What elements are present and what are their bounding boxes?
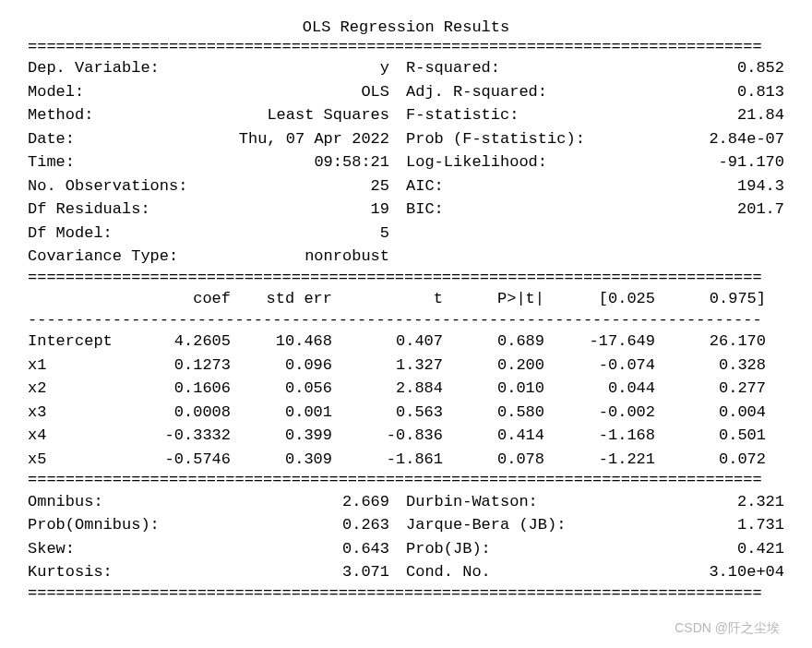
coef-cell-lo: -1.221 bbox=[544, 448, 655, 472]
coef-cell-name: x1 bbox=[28, 354, 129, 378]
summary-label: Df Model: bbox=[28, 222, 113, 246]
summary-top-section: Dep. Variable:yR-squared:0.852Model:OLSA… bbox=[28, 56, 784, 269]
coef-body: Intercept4.260510.4680.4070.689-17.64926… bbox=[28, 330, 784, 471]
summary-label: Kurtosis: bbox=[28, 560, 113, 584]
coef-cell-p: 0.200 bbox=[443, 354, 544, 378]
coef-cell-hi: 26.170 bbox=[655, 330, 766, 354]
coef-cell-p: 0.078 bbox=[443, 448, 544, 472]
summary-row: Df Model:5 bbox=[28, 222, 784, 246]
summary-value: Thu, 07 Apr 2022 bbox=[75, 127, 406, 151]
summary-value: y bbox=[160, 56, 406, 80]
summary-label: Prob (F-statistic): bbox=[406, 127, 585, 151]
report-title: OLS Regression Results bbox=[28, 18, 784, 36]
summary-value: 0.643 bbox=[75, 537, 406, 561]
coef-header-p: P>|t| bbox=[443, 287, 544, 311]
watermark: CSDN @阡之尘埃 bbox=[675, 620, 780, 621]
coef-header-row: coef std err t P>|t| [0.025 0.975] bbox=[28, 287, 784, 311]
summary-label: R-squared: bbox=[406, 56, 500, 80]
coef-cell-coef: 0.0008 bbox=[129, 401, 231, 425]
summary-row: Kurtosis:3.071Cond. No.3.10e+04 bbox=[28, 560, 784, 584]
summary-row: Date:Thu, 07 Apr 2022Prob (F-statistic):… bbox=[28, 127, 784, 151]
summary-value: 19 bbox=[150, 198, 406, 222]
coef-cell-coef: -0.5746 bbox=[129, 448, 231, 472]
summary-value: nonrobust bbox=[178, 245, 406, 269]
coef-cell-hi: 0.277 bbox=[655, 377, 766, 401]
summary-label: No. Observations: bbox=[28, 174, 187, 198]
coef-cell-hi: 0.501 bbox=[655, 424, 766, 448]
summary-value: 25 bbox=[187, 174, 406, 198]
coef-header-stderr: std err bbox=[231, 287, 332, 311]
coef-cell-t: 2.884 bbox=[332, 377, 443, 401]
summary-label: Time: bbox=[28, 150, 75, 174]
coef-cell-t: 0.407 bbox=[332, 330, 443, 354]
coef-header-name bbox=[28, 287, 129, 311]
coef-cell-lo: -0.002 bbox=[544, 401, 655, 425]
coef-cell-t: 0.563 bbox=[332, 401, 443, 425]
summary-bottom-section: Omnibus:2.669Durbin-Watson:2.321Prob(Omn… bbox=[28, 490, 784, 584]
coef-cell-t: 1.327 bbox=[332, 354, 443, 378]
coef-cell-name: x2 bbox=[28, 377, 129, 401]
coef-row: x4-0.33320.399-0.8360.414-1.1680.501 bbox=[28, 424, 784, 448]
summary-label: Dep. Variable: bbox=[28, 56, 160, 80]
coef-row: x10.12730.0961.3270.200-0.0740.328 bbox=[28, 354, 784, 378]
coef-cell-coef: -0.3332 bbox=[129, 424, 231, 448]
summary-value: 09:58:21 bbox=[75, 150, 406, 174]
summary-value: 3.071 bbox=[113, 560, 406, 584]
coef-cell-hi: 0.072 bbox=[655, 448, 766, 472]
summary-label: Omnibus: bbox=[28, 490, 103, 514]
summary-value: 2.669 bbox=[103, 490, 406, 514]
summary-label: Jarque-Bera (JB): bbox=[406, 513, 566, 537]
coef-header-lo: [0.025 bbox=[544, 287, 655, 311]
divider-coef-bottom: ========================================… bbox=[28, 471, 784, 489]
summary-label: Durbin-Watson: bbox=[406, 490, 538, 514]
summary-value: 0.813 bbox=[547, 80, 784, 104]
summary-label: Df Residuals: bbox=[28, 198, 150, 222]
summary-row: Model:OLSAdj. R-squared:0.813 bbox=[28, 80, 784, 104]
summary-label: Cond. No. bbox=[406, 560, 491, 584]
summary-row: Df Residuals:19BIC:201.7 bbox=[28, 198, 784, 222]
summary-row: Time:09:58:21Log-Likelihood:-91.170 bbox=[28, 150, 784, 174]
summary-label: Date: bbox=[28, 127, 75, 151]
coef-cell-lo: -1.168 bbox=[544, 424, 655, 448]
coef-cell-lo: 0.044 bbox=[544, 377, 655, 401]
summary-value: 5 bbox=[113, 222, 406, 246]
coef-cell-lo: -0.074 bbox=[544, 354, 655, 378]
coef-header-t: t bbox=[332, 287, 443, 311]
divider-coef-top: ========================================… bbox=[28, 269, 784, 287]
summary-value: 2.84e-07 bbox=[585, 127, 784, 151]
summary-row: Prob(Omnibus):0.263Jarque-Bera (JB):1.73… bbox=[28, 513, 784, 537]
divider-final: ========================================… bbox=[28, 584, 784, 603]
summary-label: BIC: bbox=[406, 198, 444, 222]
summary-label: Skew: bbox=[28, 537, 75, 561]
coef-cell-hi: 0.328 bbox=[655, 354, 766, 378]
summary-value: 1.731 bbox=[566, 513, 784, 537]
coef-cell-stderr: 0.056 bbox=[231, 377, 332, 401]
summary-label: Adj. R-squared: bbox=[406, 80, 547, 104]
summary-row: Covariance Type:nonrobust bbox=[28, 245, 784, 269]
summary-value: 0.852 bbox=[500, 56, 784, 80]
summary-label: F-statistic: bbox=[406, 103, 519, 127]
coef-cell-stderr: 0.096 bbox=[231, 354, 332, 378]
summary-value: 194.3 bbox=[444, 174, 784, 198]
coef-cell-stderr: 0.309 bbox=[231, 448, 332, 472]
coef-cell-name: x5 bbox=[28, 448, 129, 472]
coef-row: x30.00080.0010.5630.580-0.0020.004 bbox=[28, 401, 784, 425]
coef-header-hi: 0.975] bbox=[655, 287, 766, 311]
summary-value: 0.421 bbox=[491, 537, 784, 561]
summary-row: Method:Least SquaresF-statistic:21.84 bbox=[28, 103, 784, 127]
coef-cell-coef: 0.1273 bbox=[129, 354, 231, 378]
summary-value: 3.10e+04 bbox=[491, 560, 784, 584]
summary-label: Prob(Omnibus): bbox=[28, 513, 160, 537]
coef-cell-stderr: 10.468 bbox=[231, 330, 332, 354]
summary-value: 0.263 bbox=[160, 513, 406, 537]
coef-cell-p: 0.010 bbox=[443, 377, 544, 401]
summary-label: AIC: bbox=[406, 174, 444, 198]
divider-coef-mid: ----------------------------------------… bbox=[28, 311, 784, 330]
coef-cell-lo: -17.649 bbox=[544, 330, 655, 354]
coef-row: x5-0.57460.309-1.8610.078-1.2210.072 bbox=[28, 448, 784, 472]
summary-row: Omnibus:2.669Durbin-Watson:2.321 bbox=[28, 490, 784, 514]
summary-row: Skew:0.643Prob(JB):0.421 bbox=[28, 537, 784, 561]
summary-label: Log-Likelihood: bbox=[406, 150, 547, 174]
summary-value: -91.170 bbox=[547, 150, 784, 174]
coef-cell-coef: 0.1606 bbox=[129, 377, 231, 401]
